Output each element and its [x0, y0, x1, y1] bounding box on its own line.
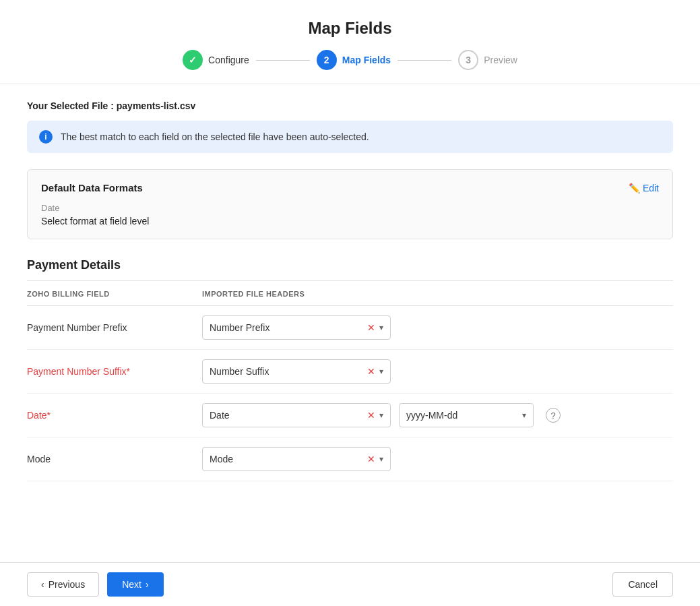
main-content: Your Selected File : payments-list.csv i…: [0, 84, 700, 497]
file-info-filename: payments-list.csv: [117, 100, 196, 111]
select-mode-chevron[interactable]: ▾: [379, 454, 383, 464]
next-button[interactable]: Next ›: [107, 572, 163, 597]
select-number-suffix-clear[interactable]: ✕: [367, 367, 375, 376]
step-line-2: [397, 60, 451, 61]
select-date-clear[interactable]: ✕: [367, 411, 375, 420]
step-map-fields: 2 Map Fields: [317, 50, 391, 70]
step-circle-configure: ✓: [183, 50, 203, 70]
field-controls-mode: Mode ✕ ▾: [202, 447, 673, 471]
col-imported-label: IMPORTED FILE HEADERS: [202, 290, 305, 298]
field-name-payment-number-prefix: Payment Number Prefix: [27, 322, 202, 333]
field-row-payment-number-prefix: Payment Number Prefix Number Prefix ✕ ▾: [27, 306, 673, 350]
select-mode[interactable]: Mode ✕ ▾: [202, 447, 391, 471]
date-format-help-icon[interactable]: ?: [546, 408, 561, 423]
date-label: Date: [41, 203, 659, 213]
field-table: ZOHO BILLING FIELD IMPORTED FILE HEADERS…: [27, 281, 673, 481]
step-check-icon: ✓: [189, 55, 197, 65]
field-row-date: Date* Date ✕ ▾ yyyy-MM-dd ▾ ?: [27, 394, 673, 437]
next-label: Next: [122, 579, 141, 590]
step-label-configure: Configure: [208, 55, 249, 65]
select-number-prefix-chevron[interactable]: ▾: [379, 323, 383, 332]
edit-pencil-icon: ✏️: [629, 183, 640, 193]
col-zoho-label: ZOHO BILLING FIELD: [27, 290, 110, 298]
field-controls-date: Date ✕ ▾ yyyy-MM-dd ▾ ?: [202, 403, 673, 427]
field-name-date: Date*: [27, 410, 202, 421]
step-number-2: 2: [324, 55, 329, 65]
footer-left: ‹ Previous Next ›: [27, 572, 164, 597]
select-number-prefix[interactable]: Number Prefix ✕ ▾: [202, 315, 391, 340]
step-circle-preview: 3: [458, 50, 478, 70]
field-row-mode: Mode Mode ✕ ▾: [27, 437, 673, 481]
file-info-prefix: Your Selected File :: [27, 100, 117, 111]
previous-chevron-icon: ‹: [41, 579, 44, 590]
previous-label: Previous: [49, 579, 85, 590]
field-name-mode: Mode: [27, 454, 202, 464]
file-info: Your Selected File : payments-list.csv: [27, 100, 673, 111]
field-name-payment-number-suffix: Payment Number Suffix*: [27, 366, 202, 377]
data-formats-box: Default Data Formats ✏️ Edit Date Select…: [27, 169, 673, 239]
step-circle-map-fields: 2: [317, 50, 337, 70]
date-format-value: yyyy-MM-dd: [406, 410, 522, 421]
info-banner: i The best match to each field on the se…: [27, 121, 673, 153]
page-header: Map Fields ✓ Configure 2 Map Fields 3 Pr…: [0, 0, 700, 84]
edit-label: Edit: [643, 183, 659, 193]
data-formats-header: Default Data Formats ✏️ Edit: [41, 182, 659, 193]
step-preview: 3 Preview: [458, 50, 517, 70]
page-title: Map Fields: [0, 19, 700, 38]
info-icon: i: [39, 130, 53, 144]
data-formats-title: Default Data Formats: [41, 182, 143, 193]
step-number-3: 3: [466, 55, 471, 65]
stepper: ✓ Configure 2 Map Fields 3 Preview: [0, 50, 700, 70]
step-configure: ✓ Configure: [183, 50, 249, 70]
select-number-prefix-clear[interactable]: ✕: [367, 323, 375, 332]
step-label-preview: Preview: [484, 55, 517, 65]
select-number-suffix-value: Number Suffix: [210, 366, 367, 377]
field-controls-payment-number-prefix: Number Prefix ✕ ▾: [202, 315, 673, 340]
edit-link[interactable]: ✏️ Edit: [629, 183, 659, 193]
step-label-map-fields: Map Fields: [342, 55, 391, 65]
col-imported-header: IMPORTED FILE HEADERS: [202, 288, 673, 299]
step-line-1: [256, 60, 310, 61]
select-date-chevron[interactable]: ▾: [379, 411, 383, 420]
select-number-suffix[interactable]: Number Suffix ✕ ▾: [202, 359, 391, 384]
footer: ‹ Previous Next › Cancel: [0, 562, 700, 606]
next-chevron-icon: ›: [146, 579, 149, 590]
select-number-prefix-value: Number Prefix: [210, 322, 367, 333]
date-value: Select format at field level: [41, 216, 659, 226]
select-mode-clear[interactable]: ✕: [367, 454, 375, 464]
select-date[interactable]: Date ✕ ▾: [202, 403, 391, 427]
date-format-chevron[interactable]: ▾: [522, 411, 526, 420]
previous-button[interactable]: ‹ Previous: [27, 572, 99, 597]
cancel-label: Cancel: [628, 579, 658, 590]
field-controls-payment-number-suffix: Number Suffix ✕ ▾: [202, 359, 673, 384]
col-zoho-header: ZOHO BILLING FIELD: [27, 288, 202, 299]
select-number-suffix-chevron[interactable]: ▾: [379, 367, 383, 376]
date-format-select[interactable]: yyyy-MM-dd ▾: [399, 403, 534, 427]
info-banner-text: The best match to each field on the sele…: [61, 131, 369, 142]
section-title: Payment Details: [27, 258, 673, 272]
select-mode-value: Mode: [210, 454, 367, 464]
cancel-button[interactable]: Cancel: [612, 572, 673, 597]
field-row-payment-number-suffix: Payment Number Suffix* Number Suffix ✕ ▾: [27, 350, 673, 394]
select-date-value: Date: [210, 410, 367, 421]
table-header-row: ZOHO BILLING FIELD IMPORTED FILE HEADERS: [27, 281, 673, 306]
